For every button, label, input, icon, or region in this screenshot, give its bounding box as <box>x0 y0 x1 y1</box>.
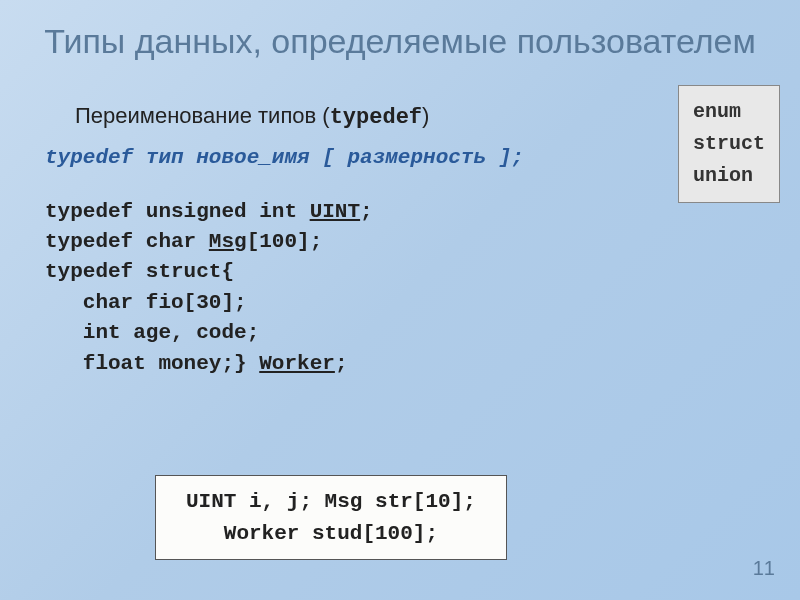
subtitle: Переименование типов (typedef) <box>75 103 765 130</box>
keyword-enum: enum <box>693 96 765 128</box>
subtitle-prefix: Переименование типов ( <box>75 103 330 128</box>
code-l6b: Worker <box>259 352 335 375</box>
code-l2b: Msg <box>209 230 247 253</box>
code-l1c: ; <box>360 200 373 223</box>
usage-line-1: UINT i, j; Msg str[10]; <box>186 486 476 518</box>
keyword-struct: struct <box>693 128 765 160</box>
syntax-template: typedef тип новое_имя [ размерность ]; <box>45 146 765 169</box>
code-l6c: ; <box>335 352 348 375</box>
usage-example-box: UINT i, j; Msg str[10]; Worker stud[100]… <box>155 475 507 560</box>
code-l3: typedef struct{ <box>45 260 234 283</box>
subtitle-suffix: ) <box>422 103 429 128</box>
keyword-union: union <box>693 160 765 192</box>
keywords-box: enum struct union <box>678 85 780 203</box>
code-l5: int age, code; <box>45 321 259 344</box>
page-number: 11 <box>753 557 775 580</box>
subtitle-keyword: typedef <box>330 105 422 130</box>
code-l6a: float money;} <box>45 352 259 375</box>
code-l1b: UINT <box>310 200 360 223</box>
code-l2c: [100]; <box>247 230 323 253</box>
code-l4: char fio[30]; <box>45 291 247 314</box>
code-example: typedef unsigned int UINT; typedef char … <box>45 197 765 380</box>
code-l1a: typedef unsigned int <box>45 200 310 223</box>
usage-line-2: Worker stud[100]; <box>186 518 476 550</box>
code-l2a: typedef char <box>45 230 209 253</box>
slide-title: Типы данных, определяемые пользователем <box>0 0 800 73</box>
